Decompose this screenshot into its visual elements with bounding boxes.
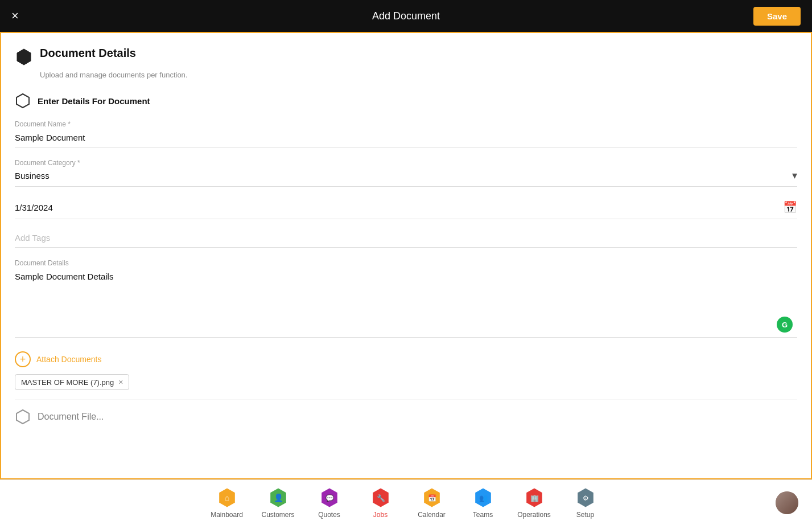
- teams-label: Teams: [473, 511, 493, 519]
- enter-details-icon: [15, 93, 31, 109]
- svg-text:🏢: 🏢: [530, 494, 539, 502]
- date-value[interactable]: 1/31/2024: [15, 203, 53, 212]
- operations-label: Operations: [517, 511, 551, 519]
- partial-section-icon: [15, 409, 31, 425]
- attach-plus-button[interactable]: +: [15, 351, 31, 367]
- chip-remove-button[interactable]: ×: [118, 378, 123, 387]
- calendar-icon[interactable]: 📅: [783, 200, 797, 214]
- calendar-label: Calendar: [418, 511, 446, 519]
- setup-label: Setup: [576, 511, 594, 519]
- calendar-nav-icon: 📅: [421, 487, 443, 508]
- attach-label[interactable]: Attach Documents: [36, 355, 101, 364]
- bottom-nav: ⌂ Mainboard 👤 Customers 💬 Quotes 🔧: [0, 479, 812, 525]
- document-details-value: Sample Document Details: [15, 272, 113, 281]
- partial-section-label: Document File...: [38, 412, 104, 422]
- nav-item-teams[interactable]: 👥 Teams: [457, 487, 509, 519]
- partial-section: Document File...: [15, 399, 797, 425]
- svg-text:👥: 👥: [479, 494, 488, 502]
- svg-text:🔧: 🔧: [376, 494, 385, 502]
- document-details-textarea[interactable]: Sample Document Details G: [15, 269, 797, 338]
- main-content: Document Details Upload and manage docum…: [0, 32, 812, 479]
- close-button[interactable]: ×: [11, 10, 19, 22]
- document-category-value: Business: [15, 171, 50, 181]
- nav-item-operations[interactable]: 🏢 Operations: [509, 487, 560, 519]
- date-input-row: 1/31/2024 📅: [15, 198, 797, 219]
- file-chips-container: MASTER OF MORE (7).png ×: [15, 374, 797, 390]
- mainboard-icon: ⌂: [216, 487, 238, 508]
- nav-item-mainboard[interactable]: ⌂ Mainboard: [201, 487, 253, 519]
- mainboard-label: Mainboard: [211, 511, 243, 519]
- doc-details-header: Document Details: [15, 47, 797, 66]
- tags-input[interactable]: Add Tags: [15, 231, 797, 248]
- document-name-label: Document Name *: [15, 120, 797, 128]
- file-chip: MASTER OF MORE (7).png ×: [15, 374, 129, 390]
- svg-marker-1: [17, 94, 29, 108]
- jobs-icon: 🔧: [370, 487, 391, 508]
- nav-item-jobs[interactable]: 🔧 Jobs: [355, 487, 406, 519]
- grammarly-icon[interactable]: G: [777, 317, 793, 333]
- document-category-field: Document Category * Business ▾: [15, 159, 797, 187]
- document-icon: [15, 48, 33, 66]
- quotes-icon: 💬: [319, 487, 340, 508]
- svg-text:⚙: ⚙: [582, 494, 588, 502]
- svg-text:⌂: ⌂: [224, 493, 229, 502]
- nav-item-calendar[interactable]: 📅 Calendar: [406, 487, 457, 519]
- quotes-label: Quotes: [318, 511, 340, 519]
- enter-details-label: Enter Details For Document: [38, 96, 150, 106]
- setup-icon: ⚙: [575, 487, 596, 508]
- svg-text:📅: 📅: [427, 494, 436, 502]
- svg-marker-2: [17, 410, 29, 424]
- document-details-field: Document Details Sample Document Details…: [15, 259, 797, 338]
- attach-documents-section: + Attach Documents: [15, 351, 797, 367]
- svg-text:👤: 👤: [273, 493, 283, 503]
- save-button[interactable]: Save: [753, 7, 801, 26]
- date-field: 1/31/2024 📅: [15, 198, 797, 219]
- file-chip-label: MASTER OF MORE (7).png: [21, 378, 114, 387]
- chevron-down-icon: ▾: [792, 169, 797, 182]
- section-subtitle: Upload and manage documents per function…: [40, 71, 797, 79]
- document-details-label: Document Details: [15, 259, 797, 267]
- section-heading: Document Details: [40, 47, 136, 60]
- teams-icon: 👥: [472, 487, 494, 508]
- jobs-label: Jobs: [373, 511, 388, 519]
- tags-field: Add Tags: [15, 231, 797, 248]
- nav-item-quotes[interactable]: 💬 Quotes: [304, 487, 355, 519]
- svg-marker-0: [17, 49, 31, 65]
- customers-label: Customers: [261, 511, 294, 519]
- enter-details-header: Enter Details For Document: [15, 93, 797, 109]
- customers-icon: 👤: [267, 487, 289, 508]
- document-name-field: Document Name * Sample Document: [15, 120, 797, 147]
- page-title: Add Document: [372, 10, 440, 22]
- nav-item-setup[interactable]: ⚙ Setup: [560, 487, 611, 519]
- user-avatar[interactable]: [776, 491, 798, 514]
- document-name-value[interactable]: Sample Document: [15, 130, 797, 147]
- document-category-label: Document Category *: [15, 159, 797, 167]
- nav-item-customers[interactable]: 👤 Customers: [253, 487, 304, 519]
- svg-text:💬: 💬: [325, 494, 334, 502]
- nav-items: ⌂ Mainboard 👤 Customers 💬 Quotes 🔧: [201, 487, 611, 519]
- document-category-dropdown[interactable]: Business ▾: [15, 169, 797, 187]
- form-container: Document Details Upload and manage docum…: [0, 32, 812, 479]
- operations-icon: 🏢: [524, 487, 545, 508]
